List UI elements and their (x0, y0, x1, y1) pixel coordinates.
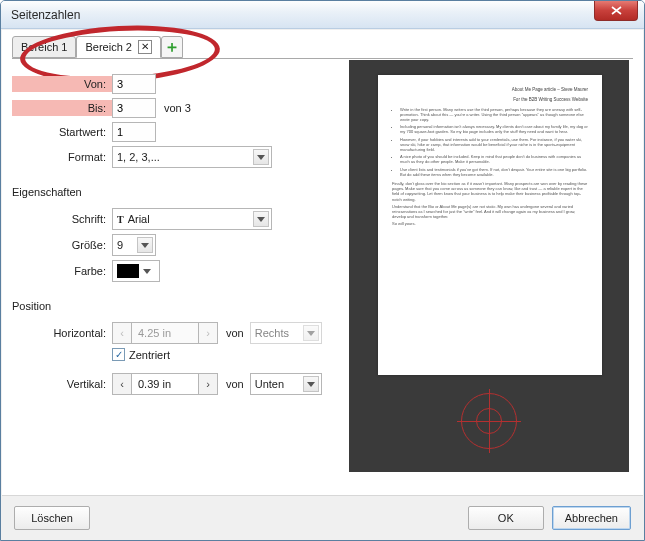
cancel-button[interactable]: Abbrechen (552, 506, 631, 530)
label-font: Schrift: (12, 213, 112, 225)
to-input[interactable] (112, 98, 156, 118)
chevron-down-icon (137, 237, 153, 253)
horizontal-anchor-value: Rechts (255, 327, 289, 339)
font-select[interactable]: T Arial (112, 208, 272, 230)
ok-button[interactable]: OK (468, 506, 544, 530)
preview-para: Understand that the Bio or About Me page… (392, 204, 588, 220)
page-preview: About Me Page article – Steve Maurer For… (349, 60, 629, 472)
tab-add-button[interactable]: ＋ (161, 36, 183, 58)
label-format: Format: (12, 151, 112, 163)
checkbox-checked-icon: ✓ (112, 348, 125, 361)
preview-li: Use client lists and testimonials if you… (400, 167, 588, 177)
chevron-down-icon (253, 149, 269, 165)
preview-li: Write in the first person. Many writers … (400, 107, 588, 123)
title-bar: Seitenzahlen (1, 1, 644, 29)
tab-close-button[interactable]: ✕ (138, 40, 152, 54)
label-color: Farbe: (12, 265, 112, 277)
color-swatch (117, 264, 139, 278)
position-target-marker (461, 393, 517, 449)
label-horizontal: Horizontal: (12, 327, 112, 339)
horizontal-spinner: ‹ 4.25 in › (112, 322, 218, 344)
font-value: Arial (128, 213, 150, 225)
chevron-down-icon (303, 325, 319, 341)
centered-label: Zentriert (129, 349, 170, 361)
close-icon: ✕ (141, 42, 149, 52)
font-icon: T (117, 214, 124, 225)
spin-up-button[interactable]: › (198, 373, 218, 395)
from-input[interactable] (112, 74, 156, 94)
centered-checkbox[interactable]: ✓ Zentriert (112, 348, 170, 361)
window-title: Seitenzahlen (11, 8, 80, 22)
preview-li: A nice photo of you should be included. … (400, 154, 588, 164)
tab-label: Bereich 1 (21, 41, 67, 53)
horizontal-value: 4.25 in (132, 322, 198, 344)
horizontal-anchor-select: Rechts (250, 322, 322, 344)
vertical-anchor-select[interactable]: Unten (250, 373, 322, 395)
preview-para: So will yours. (392, 221, 588, 226)
preview-heading-1: About Me Page article – Steve Maurer (392, 87, 588, 93)
spin-down-button[interactable]: ‹ (112, 373, 132, 395)
label-vertical: Vertikal: (12, 378, 112, 390)
label-start: Startwert: (12, 126, 112, 138)
form-area: Von: Bis: von 3 Startwert: Format: 1, 2,… (12, 74, 332, 399)
close-icon (611, 6, 622, 15)
color-select[interactable] (112, 260, 160, 282)
preview-li: Including personal information isn't alw… (400, 124, 588, 134)
section-position: Position (12, 300, 332, 312)
tab-underline (12, 58, 633, 59)
spin-down-button: ‹ (112, 322, 132, 344)
dialog-content: Bereich 1 Bereich 2 ✕ ＋ Von: Bis: vo (2, 30, 643, 539)
label-h-of: von (226, 327, 244, 339)
vertical-anchor-value: Unten (255, 378, 284, 390)
tab-label: Bereich 2 (85, 41, 131, 53)
section-properties: Eigenschaften (12, 186, 332, 198)
preview-li: However, if your hobbies and interests a… (400, 137, 588, 153)
spin-up-button: › (198, 322, 218, 344)
preview-heading-2: For the B2B Writing Success Website (392, 97, 588, 103)
chevron-down-icon (303, 376, 319, 392)
tab-range-2[interactable]: Bereich 2 ✕ (76, 36, 160, 58)
vertical-value[interactable]: 0.39 in (132, 373, 198, 395)
preview-para: Finally, don't gloss over the bio sectio… (392, 181, 588, 202)
chevron-down-icon (143, 269, 151, 274)
size-select[interactable]: 9 (112, 234, 156, 256)
label-to: Bis: (12, 100, 112, 116)
format-value: 1, 2, 3,... (117, 151, 160, 163)
delete-button[interactable]: Löschen (14, 506, 90, 530)
dialog-window: Seitenzahlen Bereich 1 Bereich 2 ✕ ＋ Vo (0, 0, 645, 541)
total-pages-text: von 3 (164, 102, 191, 114)
start-input[interactable] (112, 122, 156, 142)
vertical-spinner: ‹ 0.39 in › (112, 373, 218, 395)
label-v-of: von (226, 378, 244, 390)
format-select[interactable]: 1, 2, 3,... (112, 146, 272, 168)
size-value: 9 (117, 239, 123, 251)
label-size: Größe: (12, 239, 112, 251)
chevron-down-icon (253, 211, 269, 227)
label-from: Von: (12, 76, 112, 92)
preview-list: Write in the first person. Many writers … (400, 107, 588, 177)
preview-page: About Me Page article – Steve Maurer For… (378, 75, 602, 375)
tab-range-1[interactable]: Bereich 1 (12, 36, 76, 58)
window-close-button[interactable] (594, 1, 638, 21)
range-tabs: Bereich 1 Bereich 2 ✕ ＋ (12, 36, 183, 58)
plus-icon: ＋ (164, 39, 180, 55)
dialog-footer: Löschen OK Abbrechen (2, 495, 643, 539)
